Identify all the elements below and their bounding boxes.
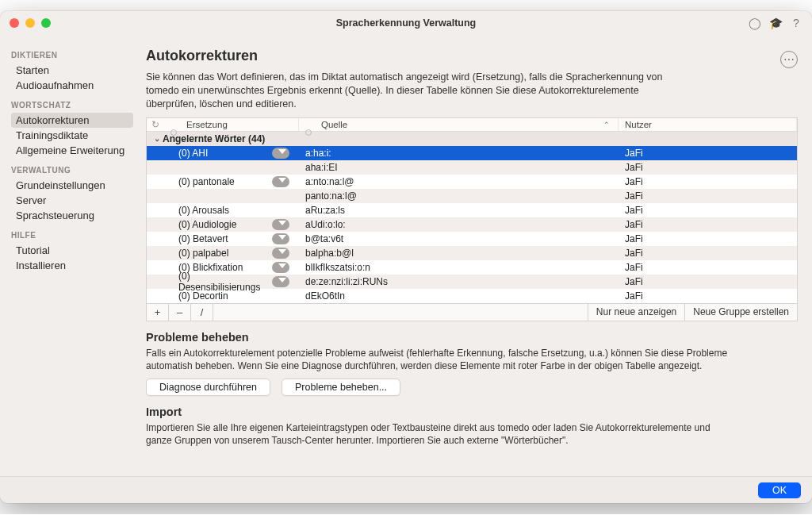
edit-button[interactable]: / [191, 304, 213, 321]
spacer [213, 304, 588, 321]
cell-quelle: aha:i:EI [299, 162, 619, 173]
table-row[interactable]: aha:i:EIJaFi [147, 160, 797, 175]
group-row[interactable]: ⌄ Angelernte Wörter (44) [147, 132, 797, 146]
column-quelle[interactable]: Quelle ⌃ [299, 118, 619, 131]
import-title: Import [146, 405, 798, 418]
column-label: Nutzer [625, 120, 790, 129]
sidebar-item-audioaufnahmen[interactable]: Audioaufnahmen [11, 78, 133, 93]
table-row[interactable]: (0) AudiologieaUdi:o:lo:JaFi [147, 217, 797, 232]
sidebar-item-tutorial[interactable]: Tutorial [11, 243, 133, 258]
table-row[interactable]: (0) pantonalea:nto:na:l@JaFi [147, 175, 797, 189]
cell-nutzer: JaFi [619, 148, 797, 159]
column-nutzer[interactable]: Nutzer [619, 118, 797, 131]
table-row[interactable]: (0) ArousalsaRu:za:lsJaFi [147, 203, 797, 217]
cell-nutzer: JaFi [619, 162, 797, 173]
reload-icon[interactable] [147, 119, 164, 130]
sidebar-item-starten[interactable]: Starten [11, 63, 133, 78]
cell-quelle: blIkfIkszatsi:o:n [299, 262, 619, 273]
sidebar-header: WORTSCHATZ [11, 101, 133, 110]
sidebar-item-allgemeine-erweiterung[interactable]: Allgemeine Erweiterung [11, 143, 133, 158]
problems-buttons: Diagnose durchführen Probleme beheben... [146, 379, 798, 396]
expand-pill-icon[interactable] [272, 176, 289, 187]
diagnose-button[interactable]: Diagnose durchführen [146, 379, 270, 396]
expand-pill-icon[interactable] [272, 248, 289, 259]
cell-nutzer: JaFi [619, 233, 797, 244]
cell-quelle: balpha:b@l [299, 248, 619, 259]
new-group-button[interactable]: Neue Gruppe erstellen [684, 304, 797, 321]
sidebar-item-sprachsteuerung[interactable]: Sprachsteuerung [11, 208, 133, 223]
window-footer: OK [0, 476, 812, 503]
column-ersetzung[interactable]: Ersetzung [164, 118, 299, 131]
main: Autokorrekturen Sie können das Wort defi… [133, 35, 812, 476]
sidebar-item-grundeinstellungen[interactable]: Grundeinstellungen [11, 178, 133, 193]
titlebar: Spracherkennung Verwaltung ◯ 🎓 ? [0, 11, 812, 35]
cell-ersetzung: (0) Audiologie [178, 219, 236, 230]
cell-quelle: de:ze:nzi:li:zi:RUNs [299, 276, 619, 287]
sidebar-header: VERWALTUNG [11, 166, 133, 175]
window-title: Spracherkennung Verwaltung [0, 17, 812, 29]
cell-ersetzung: (0) Decortin [178, 290, 228, 302]
cell-nutzer: JaFi [619, 219, 797, 230]
expand-pill-icon[interactable] [272, 219, 289, 230]
cell-nutzer: JaFi [619, 290, 797, 302]
more-button[interactable] [780, 51, 798, 68]
page-header: Autokorrekturen Sie können das Wort defi… [146, 48, 798, 111]
cell-quelle: panto:na:l@ [299, 190, 619, 202]
page-title: Autokorrekturen [146, 48, 685, 64]
column-label: Quelle [321, 120, 611, 129]
chevron-down-icon: ⌄ [151, 134, 163, 143]
cell-ersetzung: (0) Desensibilisierungs [178, 271, 272, 293]
problems-title: Probleme beheben [146, 331, 798, 344]
sidebar: DIKTIERENStartenAudioaufnahmenWORTSCHATZ… [0, 35, 133, 476]
window: Spracherkennung Verwaltung ◯ 🎓 ? DIKTIER… [0, 11, 812, 503]
cell-nutzer: JaFi [619, 248, 797, 259]
cell-quelle: a:ha:i: [299, 148, 619, 159]
filter-dot-icon[interactable] [305, 129, 312, 136]
expand-pill-icon[interactable] [272, 262, 289, 273]
cell-ersetzung: (0) Betavert [178, 233, 228, 244]
body: DIKTIERENStartenAudioaufnahmenWORTSCHATZ… [0, 35, 812, 476]
close-icon[interactable] [10, 18, 19, 28]
sort-asc-icon: ⌃ [603, 121, 610, 129]
sidebar-item-trainingsdiktate[interactable]: Trainingsdiktate [11, 128, 133, 143]
help-icon[interactable]: ? [790, 17, 802, 29]
cell-ersetzung: (0) palpabel [178, 248, 228, 259]
page-description: Sie können das Wort definieren, das im D… [146, 71, 685, 111]
table-row[interactable]: (0) Betavertb@ta:v6tJaFi [147, 232, 797, 246]
ok-button[interactable]: OK [758, 482, 801, 498]
table-row[interactable]: (0) DecortindEkO6tInJaFi [147, 289, 797, 303]
zoom-icon[interactable] [41, 18, 51, 28]
table-header: Ersetzung Quelle ⌃ Nutzer [147, 118, 797, 132]
autocorrect-table: Ersetzung Quelle ⌃ Nutzer ⌄ Angelernte W… [146, 117, 798, 321]
add-button[interactable]: + [147, 304, 169, 321]
cell-quelle: dEkO6tIn [299, 290, 619, 302]
fix-problems-button[interactable]: Probleme beheben... [282, 379, 400, 396]
cell-ersetzung: (0) AHI [178, 148, 208, 159]
expand-pill-icon[interactable] [272, 276, 289, 287]
cell-quelle: a:nto:na:l@ [299, 176, 619, 187]
cell-nutzer: JaFi [619, 276, 797, 287]
table-footer: + – / Nur neue anzeigen Neue Gruppe erst… [147, 303, 797, 321]
minimize-icon[interactable] [25, 18, 35, 28]
table-row[interactable]: (0) Desensibilisierungsde:ze:nzi:li:zi:R… [147, 275, 797, 289]
cell-nutzer: JaFi [619, 205, 797, 216]
sidebar-item-server[interactable]: Server [11, 193, 133, 208]
sidebar-item-installieren[interactable]: Installieren [11, 258, 133, 273]
show-new-button[interactable]: Nur neue anzeigen [588, 304, 684, 321]
filter-dot-icon[interactable] [170, 129, 177, 136]
remove-button[interactable]: – [169, 304, 191, 321]
sidebar-item-autokorrekturen[interactable]: Autokorrekturen [11, 113, 133, 128]
expand-pill-icon[interactable] [272, 233, 289, 244]
sync-icon[interactable]: ◯ [749, 17, 761, 29]
cell-ersetzung: (0) Arousals [178, 205, 229, 216]
table-body: (0) AHIa:ha:i:JaFiaha:i:EIJaFi(0) panton… [147, 146, 797, 303]
table-row[interactable]: panto:na:l@JaFi [147, 189, 797, 203]
cell-ersetzung: (0) pantonale [178, 176, 235, 187]
sidebar-header: DIKTIEREN [11, 51, 133, 60]
import-body: Importieren Sie alle Ihre eigenen Kartei… [146, 421, 733, 447]
education-icon[interactable]: 🎓 [769, 17, 782, 29]
table-row[interactable]: (0) AHIa:ha:i:JaFi [147, 146, 797, 160]
expand-pill-icon[interactable] [272, 148, 289, 159]
sidebar-header: HILFE [11, 231, 133, 240]
table-row[interactable]: (0) palpabelbalpha:b@lJaFi [147, 246, 797, 260]
